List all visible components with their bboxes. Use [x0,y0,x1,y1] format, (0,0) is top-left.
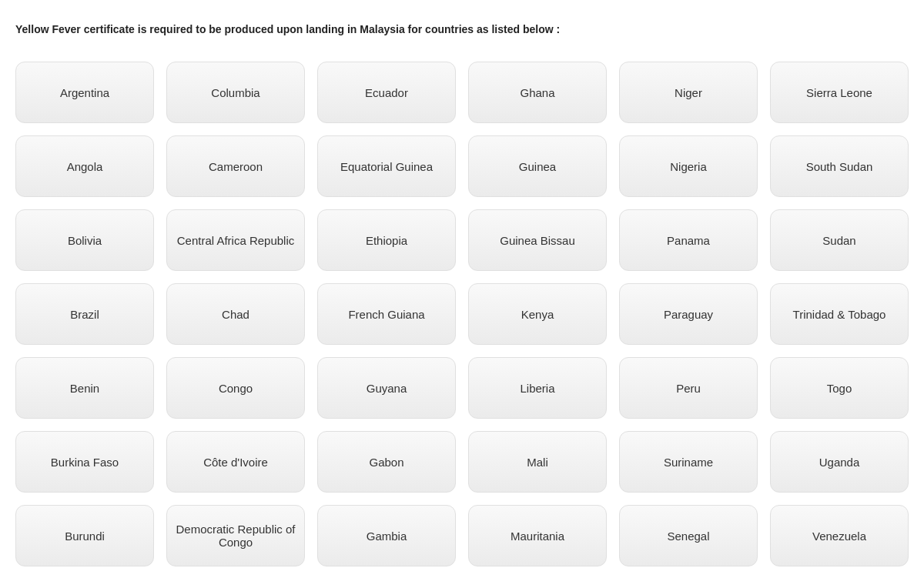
country-card: Equatorial Guinea [317,135,456,197]
country-card: Guyana [317,357,456,419]
country-card: Burkina Faso [15,431,154,493]
country-card: Kenya [468,283,607,345]
country-card: Mauritania [468,505,607,566]
country-card: Democratic Republic of Congo [166,505,305,566]
country-card: Congo [166,357,305,419]
country-card: Sierra Leone [770,62,909,123]
country-card: Ethiopia [317,209,456,271]
country-card: Gambia [317,505,456,566]
country-card: Bolivia [15,209,154,271]
country-card: Togo [770,357,909,419]
country-card: Sudan [770,209,909,271]
country-card: Burundi [15,505,154,566]
country-card: Niger [619,62,758,123]
country-card: Brazil [15,283,154,345]
country-card: Senegal [619,505,758,566]
country-card: Argentina [15,62,154,123]
country-card: Angola [15,135,154,197]
country-grid: ArgentinaColumbiaEcuadorGhanaNigerSierra… [15,62,909,566]
country-card: Central Africa Republic [166,209,305,271]
country-card: Uganda [770,431,909,493]
country-card: Côte d'Ivoire [166,431,305,493]
country-card: Paraguay [619,283,758,345]
country-card: Trinidad & Tobago [770,283,909,345]
country-card: Ghana [468,62,607,123]
country-card: Cameroon [166,135,305,197]
country-card: Liberia [468,357,607,419]
country-card: Suriname [619,431,758,493]
country-card: Benin [15,357,154,419]
country-card: Ecuador [317,62,456,123]
country-card: Mali [468,431,607,493]
country-card: Peru [619,357,758,419]
country-card: Guinea Bissau [468,209,607,271]
country-card: Gabon [317,431,456,493]
country-card: Panama [619,209,758,271]
country-card: Guinea [468,135,607,197]
header-notice: Yellow Fever certificate is required to … [15,15,909,43]
country-card: Chad [166,283,305,345]
country-card: Columbia [166,62,305,123]
country-card: South Sudan [770,135,909,197]
country-card: Nigeria [619,135,758,197]
country-card: Venezuela [770,505,909,566]
country-card: French Guiana [317,283,456,345]
